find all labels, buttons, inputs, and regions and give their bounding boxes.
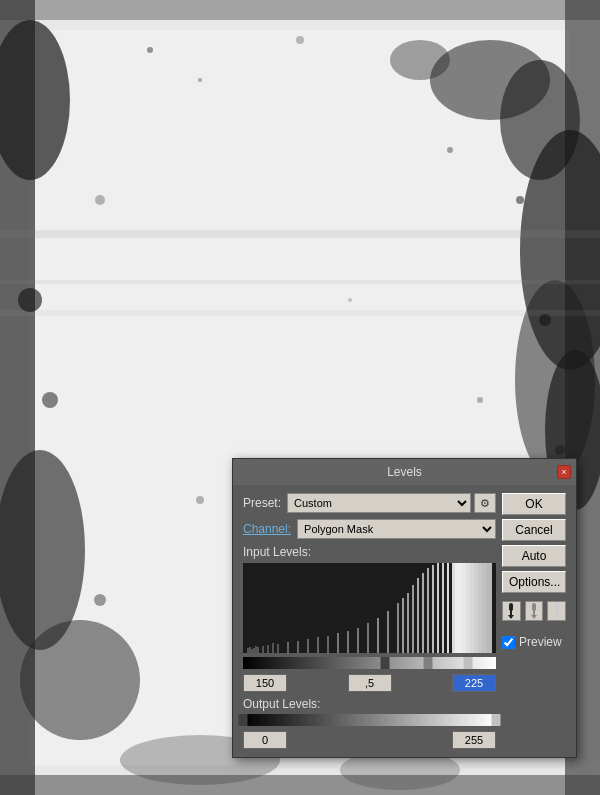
- svg-rect-53: [347, 631, 349, 653]
- svg-point-26: [94, 594, 106, 606]
- gray-eyedropper[interactable]: [525, 601, 544, 621]
- svg-rect-66: [437, 563, 439, 653]
- svg-rect-72: [462, 563, 466, 653]
- eyedroppers-row: [502, 601, 566, 621]
- svg-point-14: [20, 620, 140, 740]
- svg-point-29: [516, 196, 524, 204]
- levels-dialog: Levels × Preset: Custom ⚙ Channel:: [232, 458, 577, 758]
- svg-rect-60: [407, 593, 409, 653]
- svg-rect-71: [458, 563, 462, 653]
- svg-rect-42: [257, 647, 259, 653]
- svg-rect-15: [0, 230, 600, 238]
- svg-rect-46: [277, 644, 279, 653]
- output-values-row: [243, 731, 496, 749]
- svg-rect-75: [474, 563, 478, 653]
- input-mid-thumb[interactable]: [423, 657, 432, 669]
- svg-rect-17: [0, 310, 600, 316]
- close-button[interactable]: ×: [557, 465, 571, 479]
- svg-rect-62: [417, 578, 419, 653]
- input-values-row: [243, 674, 496, 692]
- svg-rect-37: [247, 648, 249, 653]
- svg-point-22: [95, 195, 105, 205]
- svg-rect-68: [447, 563, 449, 653]
- input-levels-label: Input Levels:: [243, 545, 496, 559]
- svg-rect-77: [482, 563, 487, 653]
- auto-button[interactable]: Auto: [502, 545, 566, 567]
- white-eyedropper[interactable]: [547, 601, 566, 621]
- svg-point-18: [147, 47, 153, 53]
- svg-point-24: [477, 397, 483, 403]
- svg-rect-6: [0, 775, 600, 795]
- svg-rect-58: [397, 603, 399, 653]
- svg-rect-39: [251, 649, 253, 653]
- svg-point-25: [196, 496, 204, 504]
- svg-point-19: [198, 78, 202, 82]
- svg-point-30: [539, 314, 551, 326]
- options-button[interactable]: Options...: [502, 571, 566, 593]
- svg-rect-64: [427, 568, 429, 653]
- cancel-button[interactable]: Cancel: [502, 519, 566, 541]
- output-black-thumb[interactable]: [239, 714, 248, 726]
- dialog-left-panel: Preset: Custom ⚙ Channel: Polygon Mask I…: [243, 493, 496, 749]
- dialog-main-area: Preset: Custom ⚙ Channel: Polygon Mask I…: [243, 493, 566, 749]
- input-black-value[interactable]: [243, 674, 287, 692]
- preview-checkbox[interactable]: [502, 636, 515, 649]
- svg-rect-5: [0, 0, 600, 20]
- svg-point-28: [18, 288, 42, 312]
- preset-select[interactable]: Custom: [287, 493, 471, 513]
- svg-point-9: [390, 40, 450, 80]
- input-mid-value[interactable]: [348, 674, 392, 692]
- svg-rect-41: [255, 646, 257, 653]
- svg-rect-82: [532, 603, 536, 611]
- input-black-thumb[interactable]: [380, 657, 389, 669]
- svg-rect-79: [509, 603, 513, 611]
- svg-rect-49: [307, 639, 309, 653]
- svg-point-23: [348, 298, 352, 302]
- preset-label: Preset:: [243, 496, 281, 510]
- svg-rect-48: [297, 641, 299, 653]
- dialog-buttons-panel: OK Cancel Auto Options...: [502, 493, 566, 749]
- histogram: [243, 563, 496, 653]
- svg-marker-87: [554, 615, 560, 619]
- svg-rect-59: [402, 598, 404, 653]
- svg-rect-73: [466, 563, 470, 653]
- input-levels-slider[interactable]: [243, 657, 496, 669]
- black-eyedropper[interactable]: [502, 601, 521, 621]
- input-white-value[interactable]: [452, 674, 496, 692]
- svg-rect-52: [337, 633, 339, 653]
- output-black-value[interactable]: [243, 731, 287, 749]
- dialog-titlebar: Levels ×: [233, 459, 576, 485]
- input-white-thumb[interactable]: [464, 657, 473, 669]
- output-white-thumb[interactable]: [492, 714, 501, 726]
- svg-rect-65: [432, 565, 434, 653]
- svg-rect-74: [470, 563, 474, 653]
- output-levels-slider[interactable]: [243, 714, 496, 726]
- svg-rect-76: [478, 563, 482, 653]
- channel-row: Channel: Polygon Mask: [243, 519, 496, 539]
- svg-rect-55: [367, 623, 369, 653]
- svg-point-21: [447, 147, 453, 153]
- svg-rect-78: [487, 563, 492, 653]
- svg-rect-69: [452, 563, 455, 653]
- svg-point-20: [296, 36, 304, 44]
- channel-label[interactable]: Channel:: [243, 522, 291, 536]
- preview-label: Preview: [519, 635, 562, 649]
- svg-rect-45: [272, 643, 274, 653]
- output-white-value[interactable]: [452, 731, 496, 749]
- svg-rect-70: [455, 563, 458, 653]
- svg-rect-44: [267, 645, 269, 653]
- svg-rect-38: [249, 647, 251, 653]
- preview-row: Preview: [502, 635, 566, 649]
- gear-button[interactable]: ⚙: [474, 493, 496, 513]
- svg-point-27: [42, 392, 58, 408]
- ok-button[interactable]: OK: [502, 493, 566, 515]
- output-levels-label: Output Levels:: [243, 697, 496, 711]
- svg-rect-50: [317, 637, 319, 653]
- svg-rect-54: [357, 628, 359, 653]
- svg-rect-51: [327, 636, 329, 653]
- preset-row: Preset: Custom ⚙: [243, 493, 496, 513]
- svg-rect-56: [377, 618, 379, 653]
- dialog-body: Preset: Custom ⚙ Channel: Polygon Mask I…: [233, 485, 576, 757]
- channel-select[interactable]: Polygon Mask: [297, 519, 496, 539]
- svg-marker-84: [531, 615, 537, 619]
